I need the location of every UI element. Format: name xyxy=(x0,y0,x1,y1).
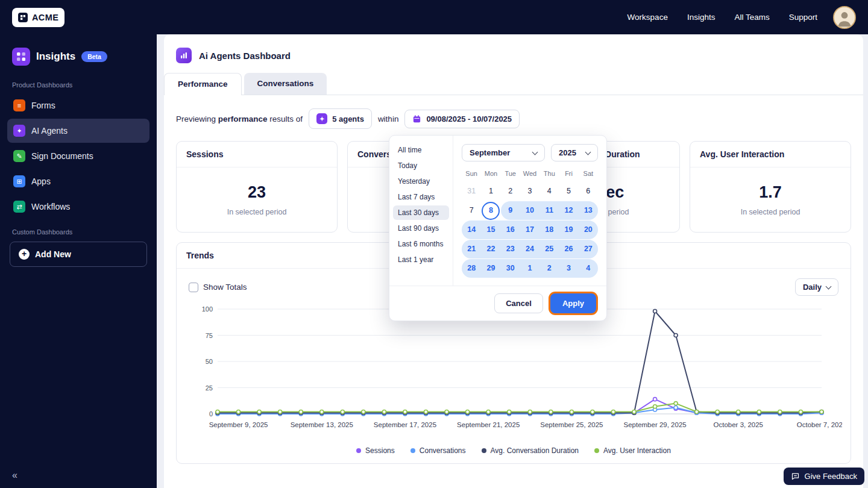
sidebar-item-sign-documents[interactable]: ✎Sign Documents xyxy=(7,144,149,168)
calendar-day-23[interactable]: 23 xyxy=(501,240,520,258)
calendar-day-11[interactable]: 11 xyxy=(539,201,559,220)
calendar-day-30[interactable]: 30 xyxy=(501,259,520,278)
weekday-label: Sat xyxy=(579,170,598,177)
calendar-week: 31123456 xyxy=(462,182,598,201)
month-select[interactable]: September xyxy=(462,144,545,161)
year-select[interactable]: 2025 xyxy=(551,144,598,161)
calendar-day-14[interactable]: 14 xyxy=(462,221,481,239)
plus-icon: + xyxy=(19,249,30,260)
calendar-day-17[interactable]: 17 xyxy=(520,221,539,239)
calendar-day-4[interactable]: 4 xyxy=(579,259,598,278)
nav-link-workspace[interactable]: Workspace xyxy=(627,13,668,22)
quick-range-all-time[interactable]: All time xyxy=(393,143,449,157)
calendar-day-21[interactable]: 21 xyxy=(462,240,481,258)
calendar-day-2[interactable]: 2 xyxy=(539,259,559,278)
calendar-day-3[interactable]: 3 xyxy=(559,259,578,278)
ai-agents-icon: ✦ xyxy=(13,125,25,137)
sidebar-item-forms[interactable]: ≡Forms xyxy=(7,93,149,117)
calendar-day-25[interactable]: 25 xyxy=(539,240,559,258)
calendar-day-29[interactable]: 29 xyxy=(481,259,500,278)
calendar-day-20[interactable]: 20 xyxy=(579,221,598,239)
legend-dot xyxy=(410,448,415,453)
quick-range-last-30-days[interactable]: Last 30 days xyxy=(393,205,449,220)
calendar-day-1[interactable]: 1 xyxy=(481,182,500,201)
add-new-button[interactable]: + Add New xyxy=(10,242,147,267)
svg-text:50: 50 xyxy=(206,358,213,365)
calendar-day-19[interactable]: 19 xyxy=(559,221,578,239)
calendar-day-31[interactable]: 31 xyxy=(462,182,481,201)
avatar[interactable] xyxy=(833,6,856,29)
preview-row: Previewing performance results of ✦ 5 ag… xyxy=(176,108,851,129)
stat-card-title: Avg. User Interaction xyxy=(690,142,851,167)
calendar-day-15[interactable]: 15 xyxy=(481,221,500,239)
show-totals-label: Show Totals xyxy=(203,283,247,292)
acme-logo-icon xyxy=(18,13,28,22)
quick-range-last-90-days[interactable]: Last 90 days xyxy=(393,221,449,236)
calendar-day-16[interactable]: 16 xyxy=(501,221,520,239)
sidebar-collapse-icon[interactable]: « xyxy=(12,470,17,481)
stat-card-sessions: Sessions23In selected period xyxy=(176,141,338,233)
calendar-day-22[interactable]: 22 xyxy=(481,240,500,258)
svg-text:September 21, 2025: September 21, 2025 xyxy=(457,421,520,428)
give-feedback-button[interactable]: Give Feedback xyxy=(784,468,864,485)
weekday-label: Thu xyxy=(539,170,559,177)
tab-performance[interactable]: Performance xyxy=(164,73,242,95)
nav-link-support[interactable]: Support xyxy=(789,13,817,22)
month-year-selects: September 2025 xyxy=(462,144,598,161)
calendar-day-4[interactable]: 4 xyxy=(539,182,559,201)
quick-range-yesterday[interactable]: Yesterday xyxy=(393,174,449,189)
svg-text:September 13, 2025: September 13, 2025 xyxy=(291,421,353,428)
calendar-day-6[interactable]: 6 xyxy=(579,182,598,201)
stat-card-caption: In selected period xyxy=(690,208,851,232)
agents-sparkle-icon: ✦ xyxy=(316,113,327,124)
trends-chart: 0255075100September 9, 2025September 13,… xyxy=(186,302,842,442)
nav-link-all-teams[interactable]: All Teams xyxy=(734,13,769,22)
nav-link-insights[interactable]: Insights xyxy=(687,13,715,22)
sidebar-item-workflows[interactable]: ⇄Workflows xyxy=(7,195,149,219)
section-label-product-dashboards: Product Dashboards xyxy=(12,81,145,89)
granularity-select[interactable]: Daily xyxy=(795,278,838,296)
give-feedback-label: Give Feedback xyxy=(805,472,857,481)
stat-card-caption: In selected period xyxy=(177,208,337,232)
calendar-day-1[interactable]: 1 xyxy=(520,259,539,278)
calendar-day-28[interactable]: 28 xyxy=(462,259,481,278)
calendar-week: 21222324252627 xyxy=(462,240,598,258)
agents-filter-button[interactable]: ✦ 5 agents xyxy=(309,108,372,129)
stat-card-title: Sessions xyxy=(177,142,337,167)
calendar-day-8[interactable]: 8 xyxy=(481,201,500,220)
sidebar-item-label: AI Agents xyxy=(31,126,68,136)
calendar-day-10[interactable]: 10 xyxy=(520,201,539,220)
acme-logo[interactable]: ACME xyxy=(12,8,64,27)
panel-header: Ai Agents Dashboard xyxy=(164,34,863,63)
apply-button[interactable]: Apply xyxy=(550,293,596,313)
quick-range-today[interactable]: Today xyxy=(393,158,449,173)
date-range-button[interactable]: 09/08/2025 - 10/07/2025 xyxy=(404,110,520,128)
weekday-label: Fri xyxy=(559,170,578,177)
calendar-day-2[interactable]: 2 xyxy=(501,182,520,201)
sidebar-items: ≡Forms✦AI Agents✎Sign Documents⊞Apps⇄Wor… xyxy=(0,93,157,219)
cancel-button[interactable]: Cancel xyxy=(494,293,543,313)
svg-text:0: 0 xyxy=(209,410,213,418)
show-totals-checkbox[interactable] xyxy=(189,283,198,292)
tab-conversations[interactable]: Conversations xyxy=(244,73,327,95)
calendar-day-9[interactable]: 9 xyxy=(501,201,520,220)
calendar-day-5[interactable]: 5 xyxy=(559,182,578,201)
calendar-day-24[interactable]: 24 xyxy=(520,240,539,258)
stat-card-value: 23 xyxy=(177,183,337,202)
calendar-day-13[interactable]: 13 xyxy=(579,201,598,220)
calendar-day-7[interactable]: 7 xyxy=(462,201,481,220)
calendar-day-26[interactable]: 26 xyxy=(559,240,578,258)
calendar-day-3[interactable]: 3 xyxy=(520,182,539,201)
weekday-label: Mon xyxy=(481,170,500,177)
quick-range-last-7-days[interactable]: Last 7 days xyxy=(393,190,449,204)
sidebar-item-apps[interactable]: ⊞Apps xyxy=(7,169,149,193)
page-title: Ai Agents Dashboard xyxy=(199,51,291,61)
calendar-day-18[interactable]: 18 xyxy=(539,221,559,239)
calendar-day-12[interactable]: 12 xyxy=(559,201,578,220)
quick-range-last-6-months[interactable]: Last 6 months xyxy=(393,237,449,251)
date-picker-popup: All timeTodayYesterdayLast 7 daysLast 30… xyxy=(389,135,607,321)
sidebar-item-ai-agents[interactable]: ✦AI Agents xyxy=(7,119,149,143)
calendar-day-27[interactable]: 27 xyxy=(579,240,598,258)
chevron-down-icon xyxy=(532,149,538,155)
quick-range-last-1-year[interactable]: Last 1 year xyxy=(393,252,449,267)
